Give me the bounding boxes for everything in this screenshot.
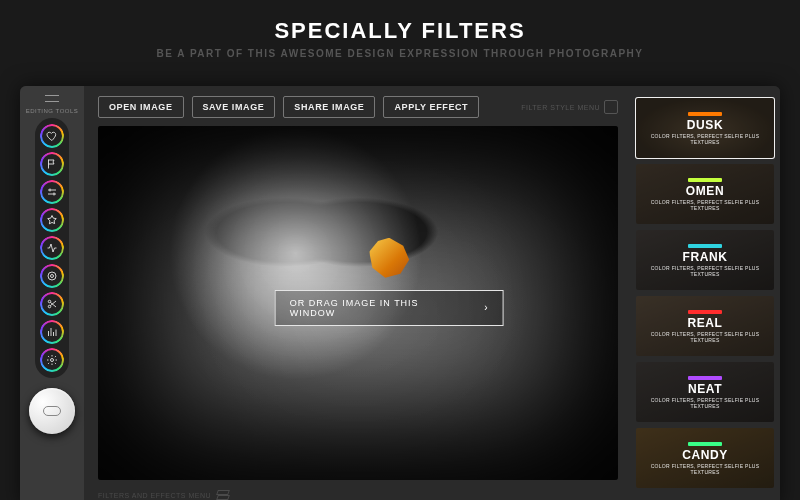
flag-tool[interactable]	[40, 152, 64, 176]
filter-subtitle: COLOR FILTERS, PERFECT SELFIE PLUS TEXTU…	[636, 199, 774, 211]
equalizer-tool[interactable]	[40, 320, 64, 344]
editing-tools-sidebar: EDITING TOOLS	[20, 86, 84, 500]
filters-effects-menu[interactable]: FILTERS AND EFFECTS MENU	[84, 486, 632, 500]
save-image-button[interactable]: SAVE IMAGE	[192, 96, 276, 118]
filter-subtitle: COLOR FILTERS, PERFECT SELFIE PLUS TEXTU…	[636, 133, 774, 145]
scissors-icon	[46, 298, 58, 310]
filter-real[interactable]: REALCOLOR FILTERS, PERFECT SELFIE PLUS T…	[636, 296, 774, 356]
activity-icon	[46, 242, 58, 254]
filter-name: OMEN	[686, 184, 724, 198]
drag-image-label: OR DRAG IMAGE IN THIS WINDOW	[290, 298, 466, 318]
filter-dusk[interactable]: DUSKCOLOR FILTERS, PERFECT SELFIE PLUS T…	[636, 98, 774, 158]
filter-subtitle: COLOR FILTERS, PERFECT SELFIE PLUS TEXTU…	[636, 331, 774, 343]
filter-accent	[688, 442, 722, 446]
drop-hint: OR DRAG IMAGE IN THIS WINDOW ›	[275, 238, 504, 326]
layers-icon	[217, 490, 229, 500]
editing-tools-label: EDITING TOOLS	[26, 108, 79, 114]
filter-style-menu-label: FILTER STYLE MENU	[521, 100, 618, 114]
jog-dial[interactable]	[29, 388, 75, 434]
page-title: SPECIALLY FILTERS	[0, 18, 800, 44]
scissors-tool[interactable]	[40, 292, 64, 316]
filter-name: DUSK	[687, 118, 723, 132]
filter-subtitle: COLOR FILTERS, PERFECT SELFIE PLUS TEXTU…	[636, 397, 774, 409]
equalizer-icon	[46, 326, 58, 338]
main-area: OPEN IMAGE SAVE IMAGE SHARE IMAGE APPLY …	[84, 86, 632, 500]
filter-accent	[688, 112, 722, 116]
star-icon	[46, 214, 58, 226]
target-icon	[46, 270, 58, 282]
filter-omen[interactable]: OMENCOLOR FILTERS, PERFECT SELFIE PLUS T…	[636, 164, 774, 224]
filter-name: REAL	[687, 316, 722, 330]
activity-tool[interactable]	[40, 236, 64, 260]
filter-style-menu-text: FILTER STYLE MENU	[521, 104, 600, 111]
filter-style-menu-icon[interactable]	[604, 100, 618, 114]
open-image-button[interactable]: OPEN IMAGE	[98, 96, 184, 118]
star-tool[interactable]	[40, 208, 64, 232]
filter-name: CANDY	[682, 448, 728, 462]
app-window: EDITING TOOLS OPEN IMAGE SAVE IMAGE SHAR…	[20, 86, 780, 500]
sliders-icon	[46, 186, 58, 198]
drag-image-button[interactable]: OR DRAG IMAGE IN THIS WINDOW ›	[275, 290, 504, 326]
apply-effect-button[interactable]: APPLY EFFECT	[383, 96, 479, 118]
flag-icon	[46, 158, 58, 170]
target-tool[interactable]	[40, 264, 64, 288]
filter-name: NEAT	[688, 382, 722, 396]
svg-point-1	[51, 275, 54, 278]
heart-tool[interactable]	[40, 124, 64, 148]
app-logo-icon	[369, 238, 409, 278]
filter-frank[interactable]: FRANKCOLOR FILTERS, PERFECT SELFIE PLUS …	[636, 230, 774, 290]
svg-point-0	[48, 272, 56, 280]
share-image-button[interactable]: SHARE IMAGE	[283, 96, 375, 118]
top-toolbar: OPEN IMAGE SAVE IMAGE SHARE IMAGE APPLY …	[84, 86, 632, 126]
gear-icon	[46, 354, 58, 366]
image-canvas[interactable]: OR DRAG IMAGE IN THIS WINDOW ›	[98, 126, 618, 480]
filter-candy[interactable]: CANDYCOLOR FILTERS, PERFECT SELFIE PLUS …	[636, 428, 774, 488]
editing-tools-icon	[43, 92, 61, 106]
sliders-tool[interactable]	[40, 180, 64, 204]
chevron-right-icon: ›	[484, 302, 488, 313]
filter-accent	[688, 376, 722, 380]
svg-point-2	[48, 300, 51, 303]
power-icon	[43, 406, 61, 416]
filter-accent	[688, 310, 722, 314]
gear-tool[interactable]	[40, 348, 64, 372]
filter-subtitle: COLOR FILTERS, PERFECT SELFIE PLUS TEXTU…	[636, 463, 774, 475]
page-subtitle: BE A PART OF THIS AWESOME DESIGN EXPRESS…	[0, 48, 800, 59]
filter-accent	[688, 178, 722, 182]
svg-point-3	[48, 305, 51, 308]
filter-accent	[688, 244, 722, 248]
filters-effects-label: FILTERS AND EFFECTS MENU	[98, 492, 211, 499]
tool-list	[35, 118, 69, 378]
filter-name: FRANK	[683, 250, 728, 264]
filter-neat[interactable]: NEATCOLOR FILTERS, PERFECT SELFIE PLUS T…	[636, 362, 774, 422]
filter-panel: DUSKCOLOR FILTERS, PERFECT SELFIE PLUS T…	[632, 86, 780, 500]
filter-subtitle: COLOR FILTERS, PERFECT SELFIE PLUS TEXTU…	[636, 265, 774, 277]
heart-icon	[46, 130, 58, 142]
svg-point-4	[51, 359, 54, 362]
